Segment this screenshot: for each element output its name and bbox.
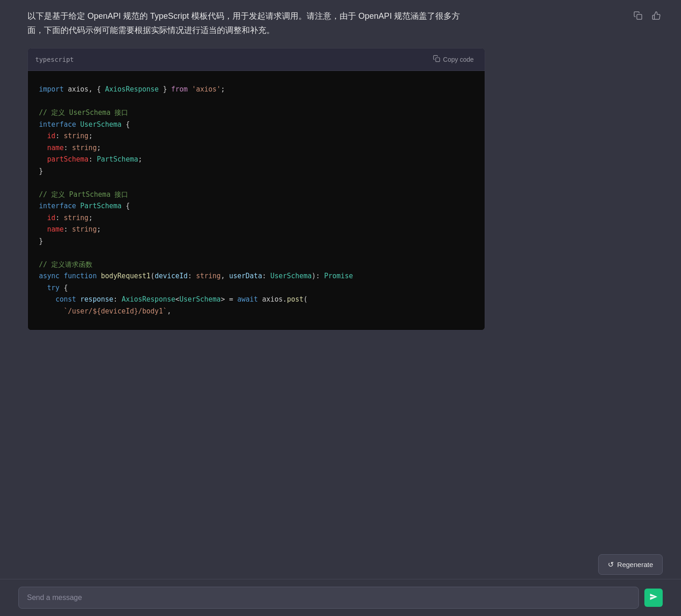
regenerate-icon: ↺	[608, 560, 614, 569]
copy-code-label: Copy code	[443, 56, 474, 63]
copy-response-button[interactable]	[632, 9, 644, 24]
action-icons-group	[632, 9, 663, 24]
intro-paragraph: 以下是基于给定 OpenAPI 规范的 TypeScript 模板代码，用于发起…	[27, 9, 476, 37]
send-button[interactable]	[644, 589, 663, 607]
message-input[interactable]	[18, 587, 639, 609]
svg-rect-0	[637, 15, 642, 20]
page-wrapper: 以下是基于给定 OpenAPI 规范的 TypeScript 模板代码，用于发起…	[0, 0, 681, 616]
code-language-label: typescript	[35, 56, 74, 63]
code-content: import axios, { AxiosResponse } from 'ax…	[28, 71, 485, 330]
main-content: 以下是基于给定 OpenAPI 规范的 TypeScript 模板代码，用于发起…	[0, 0, 681, 579]
code-pre: import axios, { AxiosResponse } from 'ax…	[39, 84, 474, 317]
regenerate-label: Regenerate	[617, 561, 653, 568]
copy-code-button[interactable]: Copy code	[429, 53, 477, 66]
bottom-bar	[0, 579, 681, 616]
code-block-wrapper: typescript Copy code import axios, { Axi…	[27, 48, 485, 330]
code-block-header: typescript Copy code	[28, 49, 485, 71]
svg-rect-1	[436, 58, 440, 62]
thumbsup-button[interactable]	[650, 9, 663, 24]
send-icon	[649, 593, 658, 603]
regenerate-button[interactable]: ↺ Regenerate	[598, 554, 663, 575]
copy-icon	[433, 55, 440, 64]
